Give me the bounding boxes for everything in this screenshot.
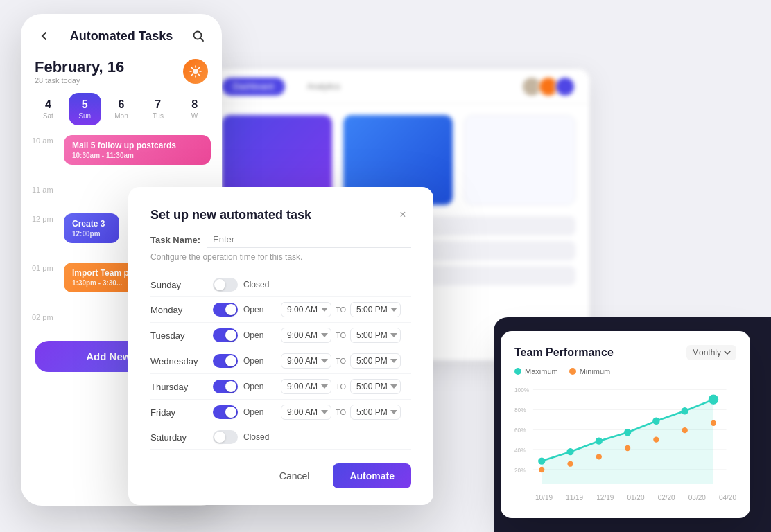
legend-maximum: Maximum — [514, 367, 558, 375]
svg-text:60%: 60% — [514, 427, 526, 434]
schedule-row-sunday: Sunday Closed — [150, 273, 411, 297]
toggle-thursday[interactable] — [213, 380, 238, 393]
toggle-friday[interactable] — [213, 405, 238, 419]
teal-point-1 — [538, 457, 545, 464]
friday-to[interactable]: 5:00 PM — [350, 405, 401, 420]
task-name-label: Task Name: — [150, 235, 200, 245]
back-button[interactable] — [35, 26, 54, 46]
wednesday-time-picker: 9:00 AM TO 5:00 PM — [281, 353, 401, 369]
task-name-row: Task Name: — [150, 231, 411, 248]
mobile-header: Automated Tasks — [21, 14, 222, 53]
toggle-monday[interactable] — [213, 303, 238, 317]
wednesday-from[interactable]: 9:00 AM — [281, 353, 331, 369]
calendar-row: 4 Sat 5 Sun 6 Mon 7 Tus 8 W — [21, 93, 222, 135]
avatar-button[interactable] — [183, 59, 208, 84]
schedule-row-monday: Monday Open 9:00 AM TO 5:00 PM — [150, 297, 411, 323]
tuesday-time-picker: 9:00 AM TO 5:00 PM — [281, 328, 401, 343]
schedule-row-friday: Friday Open 9:00 AM TO 5:00 PM — [150, 400, 411, 425]
tuesday-from[interactable]: 9:00 AM — [281, 328, 331, 343]
teal-point-2 — [566, 448, 573, 455]
chart-dropdown[interactable]: Monthly — [686, 345, 736, 360]
svg-text:40%: 40% — [514, 447, 526, 454]
orange-point-6 — [682, 427, 688, 433]
automate-button[interactable]: Automate — [333, 463, 411, 488]
task-mail-postcards[interactable]: Mail 5 follow up postcards 10:30am - 11:… — [64, 135, 211, 165]
orange-point-7 — [711, 420, 716, 426]
legend-minimum: Minimum — [569, 367, 611, 375]
schedule-row-wednesday: Wednesday Open 9:00 AM TO 5:00 PM — [150, 348, 411, 374]
dialog-header: Set up new automated task × — [150, 206, 411, 223]
cal-day-sat[interactable]: 4 Sat — [32, 93, 64, 125]
chart-card: Team Performance Monthly Maximum Minimum… — [501, 331, 750, 518]
chart-svg: 100% 80% 60% 40% 20% — [514, 384, 736, 491]
svg-line-1 — [200, 39, 203, 42]
date-section: February, 16 28 task today — [21, 53, 222, 93]
task-create[interactable]: Create 3 12:00pm — [64, 213, 119, 243]
monday-to[interactable]: 5:00 PM — [350, 302, 401, 317]
orange-point-5 — [653, 436, 659, 442]
teal-point-3 — [596, 438, 603, 445]
friday-time-picker: 9:00 AM TO 5:00 PM — [281, 405, 401, 420]
chart-header: Team Performance Monthly — [514, 345, 736, 360]
date-sub: 28 task today — [35, 76, 124, 85]
x-labels: 10/19 11/19 12/19 01/20 02/20 03/20 04/2… — [514, 491, 736, 502]
thursday-time-picker: 9:00 AM TO 5:00 PM — [281, 379, 401, 394]
chart-title: Team Performance — [514, 346, 614, 359]
friday-from[interactable]: 9:00 AM — [281, 405, 331, 420]
dialog-subtitle: Configure the operation time for this ta… — [150, 252, 411, 262]
teal-point-5 — [652, 418, 659, 425]
orange-point-4 — [625, 445, 630, 451]
toggle-wednesday[interactable] — [213, 354, 238, 368]
svg-point-0 — [193, 32, 201, 39]
orange-point-3 — [596, 454, 602, 459]
chart-legend: Maximum Minimum — [514, 367, 736, 375]
cal-day-mon[interactable]: 6 Mon — [105, 93, 138, 125]
monday-from[interactable]: 9:00 AM — [281, 302, 331, 317]
chart-area: 100% 80% 60% 40% 20% — [514, 384, 736, 491]
toggle-saturday[interactable] — [213, 430, 238, 444]
orange-point-2 — [567, 461, 573, 467]
legend-dot-minimum — [569, 368, 576, 375]
toggle-tuesday[interactable] — [213, 328, 238, 342]
teal-point-4 — [624, 429, 631, 436]
teal-point-7 — [709, 395, 718, 405]
mobile-title: Automated Tasks — [70, 29, 173, 44]
task-name-input[interactable] — [207, 231, 411, 248]
wednesday-to[interactable]: 5:00 PM — [350, 353, 401, 369]
svg-text:20%: 20% — [514, 468, 526, 474]
toggle-sunday[interactable] — [213, 278, 238, 292]
dialog-modal: Set up new automated task × Task Name: C… — [128, 187, 433, 505]
date-main: February, 16 — [35, 58, 124, 76]
schedule-row-tuesday: Tuesday Open 9:00 AM TO 5:00 PM — [150, 323, 411, 348]
legend-dot-maximum — [514, 368, 521, 375]
monday-time-picker: 9:00 AM TO 5:00 PM — [281, 302, 401, 317]
thursday-to[interactable]: 5:00 PM — [350, 379, 401, 394]
search-button[interactable] — [189, 26, 208, 46]
schedule-row-saturday: Saturday Closed — [150, 425, 411, 450]
svg-point-2 — [193, 69, 198, 74]
schedule-rows: Sunday Closed Monday Open 9:00 AM TO 5:0… — [150, 273, 411, 450]
orange-point-1 — [539, 467, 544, 472]
thursday-from[interactable]: 9:00 AM — [281, 379, 331, 394]
dialog-title: Set up new automated task — [150, 208, 311, 222]
cancel-button[interactable]: Cancel — [264, 463, 325, 488]
time-slot-10am: 10 am Mail 5 follow up postcards 10:30am… — [32, 135, 211, 165]
dialog-actions: Cancel Automate — [150, 463, 411, 488]
tuesday-to[interactable]: 5:00 PM — [350, 328, 401, 343]
teal-point-6 — [682, 407, 688, 414]
cal-day-sun[interactable]: 5 Sun — [69, 93, 101, 125]
svg-text:80%: 80% — [514, 407, 526, 414]
cal-day-tue[interactable]: 7 Tus — [141, 93, 174, 125]
schedule-row-thursday: Thursday Open 9:00 AM TO 5:00 PM — [150, 374, 411, 400]
close-button[interactable]: × — [395, 206, 411, 223]
svg-text:100%: 100% — [514, 387, 530, 393]
cal-day-wed[interactable]: 8 W — [178, 93, 211, 125]
